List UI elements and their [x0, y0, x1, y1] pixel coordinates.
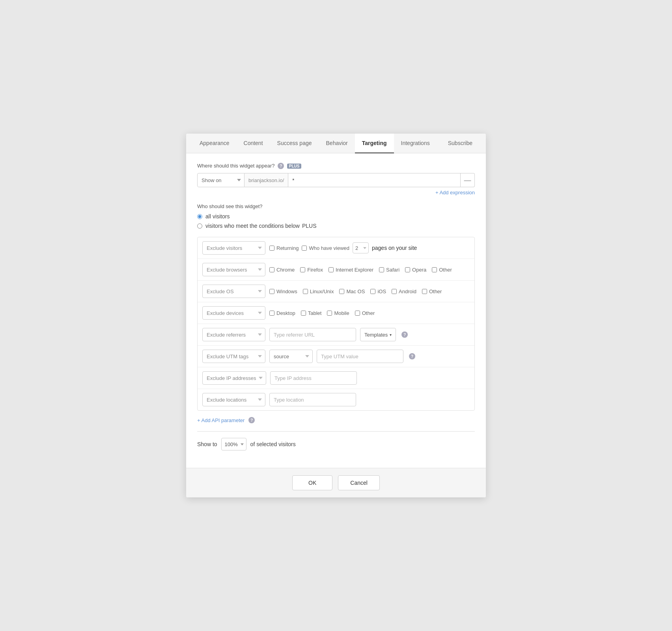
utm-type-select[interactable]: source medium campaign term content — [269, 350, 313, 363]
ip-address-input[interactable] — [270, 371, 357, 385]
add-expression-button[interactable]: + Add expression — [197, 190, 475, 195]
visitors-filter-select[interactable]: Exclude visitors Include visitors — [202, 241, 265, 255]
checkbox-android-input[interactable] — [392, 289, 397, 294]
tab-subscribe[interactable]: Subscribe — [441, 134, 480, 153]
os-filter-select[interactable]: Exclude OS Include OS — [202, 285, 265, 298]
checkbox-desktop-input[interactable] — [269, 311, 274, 316]
pages-number-select[interactable]: 2 3 5 10 — [353, 242, 369, 253]
checkbox-linux-input[interactable] — [303, 289, 308, 294]
filters-section: Exclude visitors Include visitors Return… — [197, 237, 475, 411]
checkbox-device-other[interactable]: Other — [355, 310, 375, 316]
filter-row-referrers: Exclude referrers Include referrers Temp… — [198, 324, 474, 346]
checkbox-mobile[interactable]: Mobile — [327, 310, 349, 316]
checkbox-windows-input[interactable] — [269, 289, 274, 294]
url-row: Show on Hide on brianjackson.io/ — — [197, 173, 475, 187]
modal-footer: OK Cancel — [186, 468, 486, 497]
where-help-icon[interactable]: ? — [278, 163, 284, 169]
checkbox-safari-input[interactable] — [379, 267, 384, 272]
ok-button[interactable]: OK — [292, 475, 332, 490]
ip-filter-select[interactable]: Exclude IP addresses Include IP addresse… — [202, 371, 266, 385]
checkbox-ie-input[interactable] — [329, 267, 334, 272]
tab-content[interactable]: Content — [237, 134, 270, 153]
show-to-row: Show to 10% 25% 50% 75% 100% of selected… — [197, 438, 475, 450]
show-on-select[interactable]: Show on Hide on — [197, 173, 245, 187]
conditions-plus-badge: PLUS — [302, 223, 317, 229]
checkbox-opera[interactable]: Opera — [405, 267, 426, 273]
where-plus-badge: PLUS — [287, 164, 302, 169]
location-input[interactable] — [269, 393, 356, 406]
tab-appearance[interactable]: Appearance — [192, 134, 237, 153]
filter-row-visitors: Exclude visitors Include visitors Return… — [198, 237, 474, 259]
checkbox-os-other-input[interactable] — [422, 289, 427, 294]
checkbox-desktop[interactable]: Desktop — [269, 310, 295, 316]
radio-all-visitors[interactable]: all visitors — [197, 213, 475, 220]
checkbox-opera-input[interactable] — [405, 267, 410, 272]
referrers-filter-select[interactable]: Exclude referrers Include referrers — [202, 328, 265, 341]
os-checkboxes: Windows Linux/Unix Mac OS iOS — [269, 289, 470, 294]
checkbox-mobile-input[interactable] — [327, 311, 332, 316]
checkbox-device-other-input[interactable] — [355, 311, 360, 316]
locations-filter-select[interactable]: Exclude locations Include locations — [202, 393, 265, 406]
checkbox-returning[interactable]: Returning — [269, 245, 299, 251]
checkbox-firefox-input[interactable] — [300, 267, 305, 272]
referrer-help-icon[interactable]: ? — [401, 331, 408, 338]
visitor-section: Who should see this widget? all visitors… — [197, 203, 475, 229]
add-api-button[interactable]: + Add API parameter ? — [197, 417, 475, 423]
browsers-filter-select[interactable]: Exclude browsers Include browsers — [202, 263, 265, 276]
checkbox-chrome[interactable]: Chrome — [269, 267, 295, 273]
checkbox-os-other[interactable]: Other — [422, 289, 442, 294]
modal-container: Appearance Content Success page Behavior… — [186, 134, 486, 498]
checkbox-who-have-viewed[interactable]: Who have viewed — [302, 245, 349, 251]
checkbox-chrome-input[interactable] — [269, 267, 274, 272]
templates-arrow-icon: ▾ — [390, 333, 392, 337]
checkbox-ios-input[interactable] — [370, 289, 375, 294]
checkbox-ie[interactable]: Internet Explorer — [329, 267, 373, 273]
utm-help-icon[interactable]: ? — [409, 353, 415, 359]
filter-row-os: Exclude OS Include OS Windows Linux/Unix… — [198, 281, 474, 302]
checkbox-linux[interactable]: Linux/Unix — [303, 289, 334, 294]
templates-label: Templates — [364, 332, 388, 338]
browsers-checkboxes: Chrome Firefox Internet Explorer Safari — [269, 267, 470, 273]
checkbox-returning-input[interactable] — [269, 246, 274, 251]
tab-targeting[interactable]: Targeting — [355, 134, 394, 153]
checkbox-windows[interactable]: Windows — [269, 289, 297, 294]
checkbox-ios[interactable]: iOS — [370, 289, 386, 294]
filter-row-utm: Exclude UTM tags Include UTM tags source… — [198, 346, 474, 367]
url-remove-button[interactable]: — — [461, 173, 475, 187]
checkbox-android[interactable]: Android — [392, 289, 416, 294]
url-input[interactable] — [288, 173, 461, 187]
percent-select[interactable]: 10% 25% 50% 75% 100% — [221, 438, 246, 450]
tab-behavior[interactable]: Behavior — [319, 134, 355, 153]
checkbox-macos[interactable]: Mac OS — [339, 289, 365, 294]
tab-bar: Appearance Content Success page Behavior… — [186, 134, 486, 153]
filter-row-ip: Exclude IP addresses Include IP addresse… — [198, 367, 474, 389]
radio-conditions-input[interactable] — [197, 223, 202, 229]
checkbox-tablet[interactable]: Tablet — [301, 310, 322, 316]
devices-checkboxes: Desktop Tablet Mobile Other — [269, 310, 470, 316]
url-prefix: brianjackson.io/ — [245, 173, 288, 187]
checkbox-macos-input[interactable] — [339, 289, 344, 294]
show-to-suffix: of selected visitors — [250, 441, 296, 447]
checkbox-firefox[interactable]: Firefox — [300, 267, 323, 273]
cancel-button[interactable]: Cancel — [338, 475, 380, 490]
api-help-icon[interactable]: ? — [248, 417, 255, 423]
checkbox-who-have-viewed-input[interactable] — [302, 246, 307, 251]
templates-button[interactable]: Templates ▾ — [360, 328, 396, 341]
tab-success-page[interactable]: Success page — [270, 134, 319, 153]
utm-filter-select[interactable]: Exclude UTM tags Include UTM tags — [202, 350, 265, 363]
checkbox-browser-other-input[interactable] — [432, 267, 437, 272]
radio-all-visitors-input[interactable] — [197, 214, 202, 219]
radio-conditions[interactable]: visitors who meet the conditions below P… — [197, 223, 475, 229]
checkbox-browser-other[interactable]: Other — [432, 267, 452, 273]
show-to-prefix: Show to — [197, 441, 217, 447]
tab-integrations[interactable]: Integrations — [394, 134, 437, 153]
filter-row-browsers: Exclude browsers Include browsers Chrome… — [198, 259, 474, 281]
referrer-url-input[interactable] — [269, 328, 356, 341]
utm-value-input[interactable] — [317, 350, 403, 363]
checkbox-tablet-input[interactable] — [301, 311, 306, 316]
visitors-checkboxes: Returning Who have viewed 2 3 5 10 pages… — [269, 242, 470, 253]
main-content: Where should this widget appear? ? PLUS … — [186, 153, 486, 468]
checkbox-safari[interactable]: Safari — [379, 267, 399, 273]
devices-filter-select[interactable]: Exclude devices Include devices — [202, 306, 265, 320]
divider — [197, 431, 475, 432]
